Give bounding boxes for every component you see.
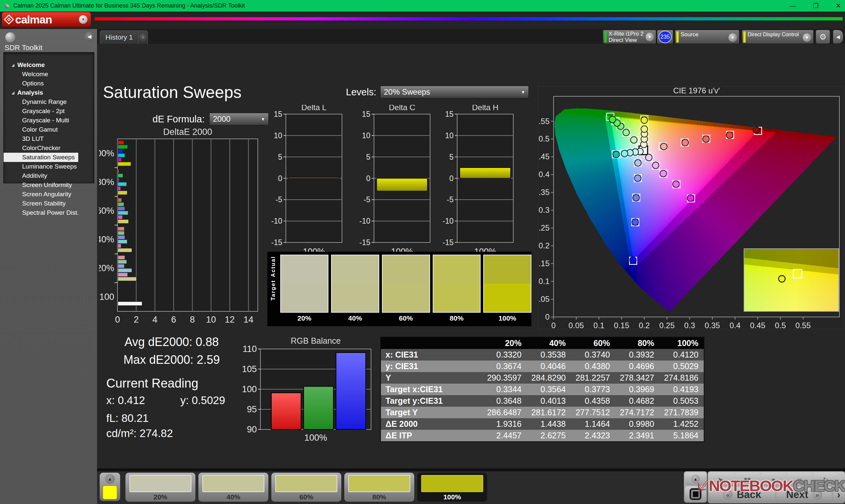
sidebar-item-welcome[interactable]: Welcome <box>4 70 94 79</box>
left-arrow-icon: ◀ <box>87 34 91 40</box>
sidebar-item-3d-lut[interactable]: 3D LUT <box>4 134 94 143</box>
restore-icon[interactable]: ❐ <box>813 2 818 10</box>
chevron-down-icon: ▼ <box>803 33 811 42</box>
sidebar-item-dynamic-range[interactable]: Dynamic Range <box>4 97 94 107</box>
cell-value: 0.3969 <box>615 384 659 394</box>
pattern-window-toggle[interactable]: ▲ <box>100 473 120 501</box>
svg-text:-15: -15 <box>443 238 454 247</box>
svg-text:12: 12 <box>225 315 235 325</box>
display-control-dropdown[interactable]: Direct Display Control ▼ <box>742 30 814 44</box>
plus-icon: + <box>140 34 147 41</box>
sidebar-item-color-gamut[interactable]: Color Gamut <box>4 125 94 134</box>
row-label: ΔE 2000 <box>381 419 482 429</box>
svg-text:110: 110 <box>243 344 257 354</box>
cell-value: 0.3648 <box>482 396 527 406</box>
row-label: Target x:CIE31 <box>381 384 482 394</box>
sidebar-collapse-button[interactable]: ◀ <box>85 32 94 41</box>
cell-value: 0.4120 <box>659 350 704 360</box>
svg-text:0.05: 0.05 <box>568 321 584 329</box>
sidebar-item-grayscale-multi[interactable]: Grayscale - Multi <box>4 116 94 125</box>
target-swatch <box>383 284 429 312</box>
target-swatch <box>484 284 531 312</box>
cie-1976-chart: CIE 1976 u'v'000.050.050.10.10.150.150.2… <box>538 86 844 329</box>
actual-swatch <box>434 255 480 284</box>
svg-text:-15: -15 <box>359 238 370 247</box>
calman-menu-button[interactable]: calman ▼ <box>2 12 91 27</box>
sidebar-item-screen-angularity[interactable]: Screen Angularity <box>4 190 94 199</box>
tab-history-1[interactable]: History 1 <box>100 30 139 44</box>
tree-group-analysis[interactable]: ◢Analysis <box>4 88 94 97</box>
svg-text:0.3: 0.3 <box>684 321 695 329</box>
chevron-down-icon: ▼ <box>521 90 525 95</box>
chevron-down-icon: ▼ <box>728 33 737 42</box>
delta-h-chart: Delta H151050-5-10-15100% <box>442 105 521 263</box>
level-swatch-button-80%[interactable]: 80% <box>344 473 414 502</box>
cell-value: 0.4013 <box>527 396 571 406</box>
sidebar-item-luminance-sweeps[interactable]: Luminance Sweeps <box>4 162 94 171</box>
display-status-stripe <box>743 31 746 42</box>
target-swatch <box>332 284 379 312</box>
tree-expanded-icon: ◢ <box>12 63 14 67</box>
cell-value: 278.3427 <box>615 373 659 383</box>
cell-value: 0.3674 <box>482 361 527 371</box>
meter-dropdown[interactable]: X-Rite i1Pro 2Direct View ▼ <box>603 30 656 44</box>
sidebar: ◀ SDR Toolkit ◢WelcomeWelcomeOptions◢Ana… <box>0 29 97 504</box>
cell-value: 0.4696 <box>615 361 659 371</box>
calman-diamond-icon <box>4 14 14 24</box>
sidebar-item-additivity[interactable]: Additivity <box>4 171 94 180</box>
sidebar-item-screen-uniformity[interactable]: Screen Uniformity <box>4 180 94 190</box>
add-tab-button[interactable]: + <box>139 30 148 44</box>
settings-button[interactable]: ⚙ <box>816 30 830 44</box>
source-dropdown[interactable]: Source ▼ <box>675 30 739 44</box>
sidebar-orb-button[interactable] <box>5 32 15 42</box>
svg-text:8: 8 <box>190 315 195 325</box>
sidebar-item-spectral-power-dist-[interactable]: Spectral Power Dist. <box>4 208 94 217</box>
sidebar-item-saturation-sweeps[interactable]: Saturation Sweeps <box>4 153 78 162</box>
row-label: Target y:CIE31 <box>381 396 482 406</box>
svg-text:0.5: 0.5 <box>539 134 550 143</box>
cell-value: 0.4358 <box>571 396 615 406</box>
level-swatch-button-20%[interactable]: 20% <box>125 473 195 502</box>
svg-text:90: 90 <box>247 425 257 434</box>
saturation-patches-panel: ActualTarget20%40%60%80%100% <box>267 252 531 326</box>
swatch-label: 100% <box>443 493 461 501</box>
levels-dropdown[interactable]: 20% Sweeps▼ <box>380 86 529 98</box>
svg-text:CIE 1976 u'v': CIE 1976 u'v' <box>673 87 720 95</box>
collapse-panel-button[interactable]: ◀ <box>833 30 843 44</box>
sidebar-item-options[interactable]: Options <box>4 79 94 88</box>
sidebar-tree: ◢WelcomeWelcomeOptions◢AnalysisDynamic R… <box>3 52 94 183</box>
actual-swatch <box>281 255 328 284</box>
level-swatch-button-100%[interactable]: 100% <box>417 473 487 502</box>
level-swatch-button-40%[interactable]: 40% <box>198 473 268 502</box>
table-row: Target x:CIE310.33440.35640.37730.39690.… <box>381 384 704 395</box>
minimize-icon[interactable]: — <box>790 2 796 10</box>
swatch-label: 20% <box>154 493 168 501</box>
svg-text:40%: 40% <box>99 235 114 245</box>
svg-text:6: 6 <box>171 315 176 325</box>
svg-text:0.2: 0.2 <box>639 321 650 329</box>
bottom-divider <box>97 468 845 471</box>
cell-value: 274.7172 <box>615 408 659 417</box>
patch-label: 40% <box>331 313 379 324</box>
svg-text:10: 10 <box>206 315 216 325</box>
level-swatch-button-60%[interactable]: 60% <box>271 473 341 502</box>
cell-value: 0.4046 <box>527 361 571 371</box>
actual-swatch <box>484 255 531 284</box>
de-formula-dropdown[interactable]: 2000▼ <box>209 113 269 125</box>
sidebar-item-screen-stability[interactable]: Screen Stability <box>4 199 94 208</box>
tree-expanded-icon: ◢ <box>12 91 14 95</box>
cell-value: 2.4323 <box>571 431 615 440</box>
cie-inset-zoom-canvas <box>744 249 839 311</box>
svg-text:5: 5 <box>449 153 454 161</box>
calman-logo-text: calman <box>15 13 52 26</box>
tree-group-welcome[interactable]: ◢Welcome <box>4 60 94 70</box>
close-icon[interactable]: ✕ <box>836 2 841 10</box>
cell-value: 1.9316 <box>482 419 527 429</box>
avg-de-value: 0.88 <box>196 335 219 349</box>
table-header-row: 20%40%60%80%100% <box>381 338 704 349</box>
sidebar-item-colorchecker[interactable]: ColorChecker <box>4 143 94 153</box>
svg-text:100%: 100% <box>99 148 114 158</box>
meter-count-badge: 235 <box>657 30 673 44</box>
svg-text:-5: -5 <box>447 195 454 204</box>
sidebar-item-grayscale-2pt[interactable]: Grayscale - 2pt <box>4 107 94 116</box>
